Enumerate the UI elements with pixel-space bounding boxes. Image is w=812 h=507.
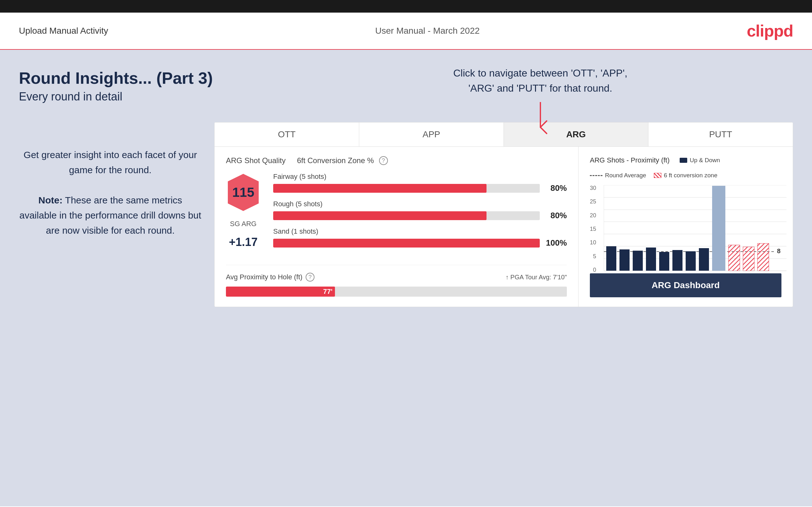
upload-label: Upload Manual Activity	[19, 26, 108, 36]
svg-rect-17	[699, 248, 709, 271]
legend-label-average: Round Average	[605, 172, 646, 179]
y-label-5: 5	[590, 253, 596, 259]
svg-rect-11	[619, 249, 629, 271]
proximity-header: Avg Proximity to Hole (ft) ? ↑ PGA Tour …	[226, 273, 567, 282]
proximity-bar-track: 77'	[226, 287, 567, 297]
quality-layout: 115 SG ARG +1.17 Fairway (5 shots)	[226, 173, 567, 255]
bar-row-fairway: Fairway (5 shots) 80%	[273, 173, 567, 193]
arrow-container	[446, 102, 635, 140]
annotation-text: Click to navigate between 'OTT', 'APP','…	[446, 65, 635, 96]
card-left-section: ARG Shot Quality 6ft Conversion Zone % ?	[215, 147, 578, 307]
bar-pct-fairway: 80%	[545, 183, 567, 193]
conversion-label: 6ft Conversion Zone %	[297, 156, 374, 165]
quality-label: ARG Shot Quality	[226, 156, 286, 165]
right-panel: Click to navigate between 'OTT', 'APP','…	[214, 122, 793, 307]
y-label-25: 25	[590, 199, 596, 204]
y-label-20: 20	[590, 213, 596, 218]
legend-item-updown: Up & Down	[680, 157, 720, 164]
y-label-15: 15	[590, 226, 596, 232]
clippd-logo: clippd	[747, 21, 793, 40]
legend-box-updown	[680, 158, 687, 163]
card-body: ARG Shot Quality 6ft Conversion Zone % ?	[215, 147, 793, 307]
main-content: Round Insights... (Part 3) Every round i…	[0, 50, 812, 506]
card-right-section: ARG Shots - Proximity (ft) Up & Down Rou…	[578, 147, 793, 307]
proximity-label: Avg Proximity to Hole (ft)	[226, 273, 303, 281]
dashed-line-value: 8	[777, 247, 780, 255]
legend-box-conversion	[654, 173, 661, 178]
y-label-10: 10	[590, 240, 596, 245]
quality-header-row: ARG Shot Quality 6ft Conversion Zone % ?	[226, 156, 567, 165]
svg-rect-15	[672, 250, 682, 271]
bar-container-sand: 100%	[273, 238, 567, 248]
note-label: Note:	[39, 195, 63, 205]
y-label-0: 0	[590, 267, 596, 273]
annotation-area: Click to navigate between 'OTT', 'APP','…	[446, 65, 635, 140]
svg-rect-14	[659, 252, 669, 271]
hexagon-area: 115 SG ARG +1.17	[226, 173, 261, 255]
svg-rect-20	[728, 245, 740, 271]
sg-label: SG ARG	[230, 220, 256, 228]
bar-label-sand: Sand (1 shots)	[273, 227, 567, 235]
proximity-bar-fill: 77'	[226, 287, 335, 297]
sg-value: +1.17	[229, 235, 257, 249]
legend-line-average	[590, 175, 603, 176]
bar-container-rough: 80%	[273, 211, 567, 220]
svg-rect-18	[712, 186, 725, 271]
proximity-section: Avg Proximity to Hole (ft) ? ↑ PGA Tour …	[226, 265, 567, 297]
arg-dashboard-button[interactable]: ARG Dashboard	[590, 273, 781, 297]
bar-row-rough: Rough (5 shots) 80%	[273, 200, 567, 220]
bar-pct-rough: 80%	[545, 211, 567, 220]
content-layout: Get greater insight into each facet of y…	[19, 122, 793, 307]
bar-label-rough: Rough (5 shots)	[273, 200, 567, 208]
bar-chart: 8	[604, 185, 786, 273]
svg-rect-13	[646, 247, 656, 271]
conversion-bars: Fairway (5 shots) 80% Ro	[273, 173, 567, 255]
info-icon[interactable]: ?	[379, 156, 388, 165]
main-card: OTT APP ARG PUTT ARG Shot Quality 6ft Co…	[214, 122, 793, 307]
bar-track-rough	[273, 211, 540, 220]
bar-fill-sand	[273, 239, 540, 247]
bar-fill-fairway	[273, 184, 487, 193]
svg-rect-16	[686, 251, 696, 271]
chart-legend: ARG Shots - Proximity (ft) Up & Down Rou…	[590, 156, 781, 179]
proximity-label-area: Avg Proximity to Hole (ft) ?	[226, 273, 314, 282]
page-subtitle: Every round in detail	[19, 90, 793, 103]
navigation-arrow-icon	[528, 102, 553, 140]
tab-ott[interactable]: OTT	[215, 122, 359, 147]
header: Upload Manual Activity User Manual - Mar…	[0, 13, 812, 50]
hex-container: 115	[226, 173, 261, 212]
legend-label-updown: Up & Down	[690, 157, 720, 164]
left-panel: Get greater insight into each facet of y…	[19, 122, 202, 238]
y-label-30: 30	[590, 185, 596, 191]
left-description: Get greater insight into each facet of y…	[19, 148, 202, 238]
bar-track-fairway	[273, 184, 540, 193]
top-bar	[0, 0, 812, 13]
bar-fill-rough	[273, 211, 487, 220]
chart-title: ARG Shots - Proximity (ft)	[590, 156, 670, 164]
bar-label-fairway: Fairway (5 shots)	[273, 173, 567, 181]
svg-rect-22	[758, 243, 769, 271]
pga-label: ↑ PGA Tour Avg: 7'10"	[505, 274, 567, 281]
legend-item-conversion: 6 ft conversion zone	[654, 172, 717, 179]
chart-wrapper: 0 5 10 15 20 25 30	[590, 185, 781, 273]
y-axis-labels: 0 5 10 15 20 25 30	[590, 185, 596, 273]
legend-label-conversion: 6 ft conversion zone	[664, 172, 717, 179]
legend-item-average: Round Average	[590, 172, 646, 179]
proximity-bar-value: 77'	[323, 287, 333, 296]
svg-line-0	[541, 127, 547, 133]
svg-rect-12	[633, 251, 643, 271]
svg-rect-21	[743, 247, 754, 271]
svg-rect-10	[606, 246, 616, 271]
bar-row-sand: Sand (1 shots) 100%	[273, 227, 567, 248]
bar-container-fairway: 80%	[273, 183, 567, 193]
bar-track-sand	[273, 239, 540, 247]
hex-score-value: 115	[232, 185, 254, 200]
user-manual-label: User Manual - March 2022	[375, 26, 479, 36]
page-title: Round Insights... (Part 3)	[19, 69, 793, 88]
tab-putt[interactable]: PUTT	[649, 122, 793, 147]
bar-pct-sand: 100%	[545, 238, 567, 248]
proximity-info-icon[interactable]: ?	[306, 273, 314, 282]
